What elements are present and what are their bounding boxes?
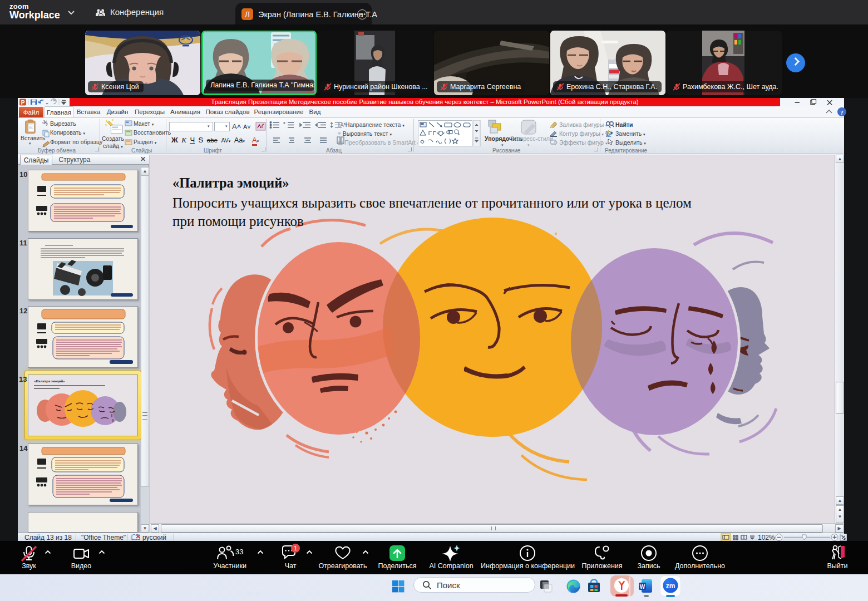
svg-text:1: 1 — [294, 545, 297, 551]
svg-text:«Палитра эмоций»: «Палитра эмоций» — [172, 175, 289, 190]
svg-text:P: P — [21, 100, 25, 106]
svg-text:33: 33 — [235, 548, 243, 556]
svg-text:W: W — [640, 584, 645, 590]
svg-text:«Палитра эмоций»: «Палитра эмоций» — [34, 379, 65, 383]
svg-text:при помощи рисунков: при помощи рисунков — [172, 214, 304, 229]
svg-text:?: ? — [840, 109, 844, 116]
svg-text:Попросить учащихся выразить св: Попросить учащихся выразить свое впечатл… — [172, 195, 692, 210]
svg-text:ac: ac — [606, 132, 611, 137]
svg-text:zm: zm — [666, 582, 675, 590]
